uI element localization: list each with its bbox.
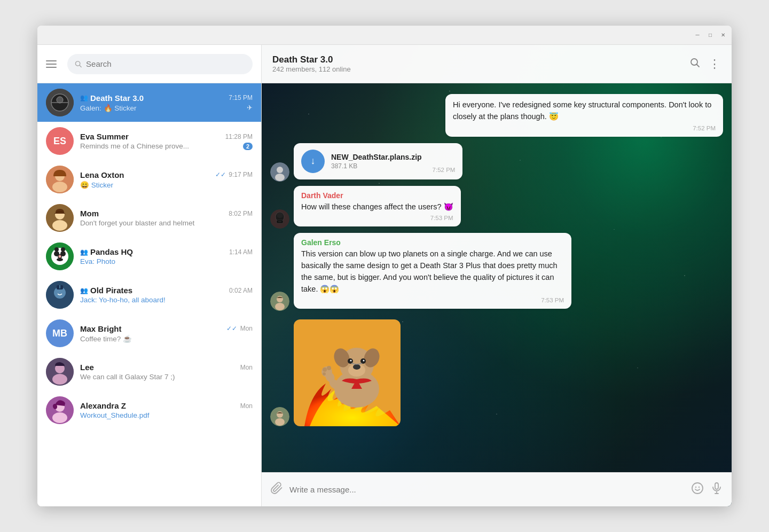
chat-time-mom: 8:02 PM: [229, 210, 253, 217]
svg-rect-69: [715, 483, 718, 489]
svg-point-11: [52, 220, 67, 231]
chat-name-death-star: 👥 Death Star 3.0: [80, 93, 144, 103]
avatar-max-bright: MB: [46, 319, 74, 347]
svg-point-17: [59, 255, 61, 258]
chat-time-max-bright: ✓✓ Mon: [226, 325, 253, 332]
svg-point-58: [363, 360, 365, 362]
message-text-1: Hi everyone. I've redesigned some key st…: [453, 99, 716, 123]
chat-item-lee[interactable]: Lee Mon We can call it Galaxy Star 7 ;): [37, 353, 261, 391]
chat-item-alexandra[interactable]: Alexandra Z Mon Workout_Shedule.pdf: [37, 391, 261, 429]
svg-point-18: [57, 258, 63, 261]
message-row-darth: Darth Vader How will these changes affec…: [270, 186, 723, 229]
sticker-image: [294, 319, 401, 426]
chat-item-lena-oxton[interactable]: Lena Oxton ✓✓ 9:17 PM 😄 Sticker: [37, 160, 261, 199]
group-icon: 👥: [80, 248, 88, 256]
svg-point-47: [275, 418, 285, 426]
chat-header-name: Death Star 3.0: [272, 54, 683, 65]
chat-item-max-bright[interactable]: MB Max Bright ✓✓ Mon Coffee time? ☕: [37, 314, 261, 353]
chat-item-eva-summer[interactable]: ES Eva Summer 11:28 PM Reminds me of a C…: [37, 122, 261, 160]
sender-avatar-darth: [270, 209, 289, 229]
message-input-area: [262, 472, 732, 506]
more-options-icon[interactable]: ⋮: [709, 57, 721, 71]
mic-icon[interactable]: [710, 482, 723, 498]
message-text-galen: This version can blow up two planets on …: [301, 248, 564, 295]
chat-name-pirates: 👥 Old Pirates: [80, 286, 132, 295]
svg-point-44: [275, 303, 285, 310]
group-icon: 👥: [80, 94, 88, 101]
svg-point-20: [61, 247, 65, 252]
svg-point-67: [695, 486, 696, 487]
pin-icon: ✈: [247, 104, 253, 112]
chat-name-lee: Lee: [80, 363, 94, 372]
title-bar: ─ □ ✕: [37, 26, 732, 45]
message-row-galen: Galen Erso This version can blow up two …: [270, 233, 723, 311]
svg-point-66: [692, 483, 703, 494]
message-bubble-darth: Darth Vader How will these changes affec…: [294, 186, 461, 227]
sidebar: 👥 Death Star 3.0 7:15 PM Galen: 🔥 Sticke…: [37, 45, 262, 506]
chat-header: Death Star 3.0 242 members, 112 online ⋮: [262, 45, 732, 83]
menu-icon[interactable]: [46, 57, 61, 72]
chat-content-death-star: 👥 Death Star 3.0 7:15 PM Galen: 🔥 Sticke…: [80, 93, 253, 112]
chat-list: 👥 Death Star 3.0 7:15 PM Galen: 🔥 Sticke…: [37, 83, 261, 506]
avatar-mom: [46, 204, 74, 232]
svg-point-65: [323, 372, 326, 375]
chat-name-mom: Mom: [80, 209, 99, 218]
avatar-death-star: [46, 89, 74, 116]
chat-time-pirates: 0:02 AM: [229, 287, 253, 294]
search-input[interactable]: [86, 59, 245, 68]
messages-area: Hi everyone. I've redesigned some key st…: [262, 83, 732, 472]
svg-point-8: [52, 182, 67, 192]
chat-header-actions: ⋮: [689, 57, 721, 71]
chat-name-max-bright: Max Bright: [80, 324, 122, 333]
chat-panel: Death Star 3.0 242 members, 112 online ⋮: [262, 45, 732, 506]
chat-name-alexandra: Alexandra Z: [80, 401, 126, 410]
avatar-lena: [46, 166, 74, 193]
svg-point-63: [323, 367, 327, 372]
sticker-row: [270, 319, 723, 426]
chat-name-eva-summer: Eva Summer: [80, 132, 129, 141]
minimize-button[interactable]: ─: [693, 31, 702, 40]
unread-badge-eva: 2: [243, 143, 253, 150]
search-icon: [75, 60, 82, 68]
svg-point-54: [353, 364, 360, 370]
sticker-sender-avatar: [270, 407, 289, 426]
attach-icon[interactable]: [270, 482, 283, 498]
chat-time-alexandra: Mon: [240, 402, 253, 410]
message-row-file: ↓ NEW_DeathStar.plans.zip 387.1 KB 7:52 …: [270, 143, 723, 182]
chat-name-pandas: 👥 Pandas HQ: [80, 247, 133, 256]
maximize-button[interactable]: □: [706, 31, 715, 40]
chat-time-pandas: 1:14 AM: [229, 248, 253, 256]
svg-point-30: [52, 412, 67, 423]
chat-time-death-star: 7:15 PM: [229, 94, 253, 101]
chat-item-pandas-hq[interactable]: 👥 Pandas HQ 1:14 AM Eva: Photo: [37, 237, 261, 276]
search-box[interactable]: [67, 54, 253, 74]
chat-time-lee: Mon: [240, 364, 253, 371]
message-time-darth: 7:53 PM: [301, 215, 453, 221]
message-text-darth: How will these changes affect the users?…: [301, 201, 453, 213]
sender-name-darth: Darth Vader: [301, 191, 453, 200]
message-time-galen: 7:53 PM: [301, 297, 564, 303]
message-input[interactable]: [289, 485, 685, 494]
close-button[interactable]: ✕: [719, 31, 727, 40]
file-size: 387.1 KB: [331, 162, 422, 170]
sender-avatar-file: [270, 162, 289, 182]
message-bubble-1: Hi everyone. I've redesigned some key st…: [445, 94, 723, 137]
svg-point-36: [275, 174, 285, 181]
download-button[interactable]: ↓: [301, 150, 325, 173]
svg-point-35: [277, 167, 283, 173]
svg-point-19: [54, 247, 59, 252]
sender-avatar-galen: [270, 292, 289, 311]
chat-item-old-pirates[interactable]: 👥 Old Pirates 0:02 AM Jack: Yo-ho-ho, al…: [37, 276, 261, 314]
search-chat-icon[interactable]: [689, 57, 700, 71]
emoji-icon[interactable]: [691, 482, 704, 498]
chat-item-death-star[interactable]: 👥 Death Star 3.0 7:15 PM Galen: 🔥 Sticke…: [37, 83, 261, 122]
chat-name-lena: Lena Oxton: [80, 170, 124, 179]
avatar-eva-summer: ES: [46, 127, 74, 155]
chat-item-mom[interactable]: Mom 8:02 PM Don't forget your blaster an…: [37, 199, 261, 237]
svg-point-57: [350, 360, 352, 362]
group-icon: 👥: [80, 287, 88, 294]
avatar-alexandra: [46, 396, 74, 424]
svg-point-39: [277, 213, 283, 218]
file-name: NEW_DeathStar.plans.zip: [331, 153, 422, 161]
message-time-1: 7:52 PM: [453, 125, 716, 131]
